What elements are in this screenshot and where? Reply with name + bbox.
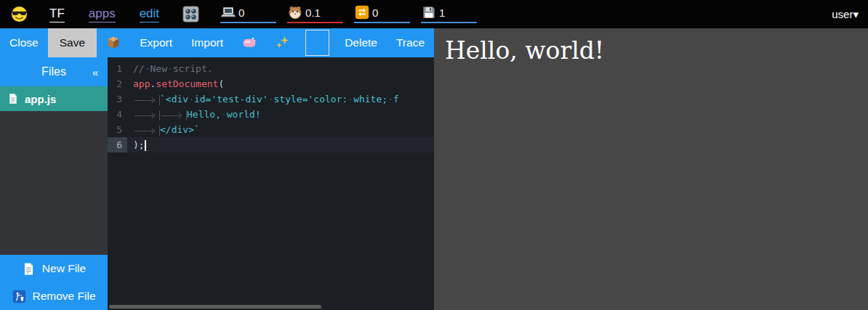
empty-button[interactable]: [305, 30, 329, 56]
repeat-stat-field[interactable]: 0: [354, 5, 410, 23]
stats-group: 00.101: [220, 5, 477, 23]
litter-bin-icon: [12, 290, 26, 303]
file-document-icon: [7, 92, 19, 105]
sunglasses-emoji-icon: [11, 6, 28, 25]
editor-toolbar: CloseSaveExportImportDeleteTrace: [0, 28, 434, 57]
file-list: app.js: [0, 86, 108, 111]
code-token: );: [133, 139, 145, 150]
editor-line: 4Hello,·world!: [108, 107, 434, 122]
line-code[interactable]: `<div·id='test-div'·style='color:·white;…: [127, 91, 434, 107]
file-name: app.js: [25, 93, 56, 105]
user-menu-button[interactable]: user▾: [832, 0, 859, 28]
file-item-appjs[interactable]: app.js: [0, 86, 108, 111]
code-token: </div>`: [160, 124, 200, 135]
side-button-label: New File: [42, 262, 86, 275]
new-file-button[interactable]: New File: [0, 255, 108, 282]
line-number: 4: [108, 107, 127, 122]
line-number: 1: [108, 61, 127, 76]
collapse-sidebar-button[interactable]: «: [92, 57, 98, 86]
side-button-label: Remove File: [33, 290, 96, 303]
tab-marker: [160, 110, 187, 121]
app-window: TFappsedit 00.101 user▾ CloseSaveExportI…: [0, 0, 868, 310]
editor-line: 2app.setDocument(: [108, 76, 434, 91]
sidebar-body: [0, 111, 108, 255]
line-code[interactable]: );: [127, 137, 434, 152]
files-header: Files «: [0, 57, 108, 86]
editor-line: 6);: [108, 137, 434, 152]
line-code[interactable]: //·New·script.: [127, 61, 434, 76]
code-token: app: [133, 78, 150, 89]
code-token: ·: [387, 94, 393, 105]
import-button[interactable]: Import: [191, 36, 223, 49]
new-file-icon: [22, 262, 36, 276]
code-token: f: [393, 94, 399, 105]
code-token: world!: [227, 109, 261, 120]
tab-marker: [133, 95, 160, 105]
code-token: setDocument: [156, 78, 218, 89]
sunglasses-logo-button[interactable]: [11, 6, 28, 23]
editor-line: 1//·New·script.: [108, 61, 434, 76]
soap-icon: [242, 35, 257, 52]
nav-link-apps[interactable]: apps: [89, 7, 116, 23]
export-button[interactable]: Export: [140, 36, 172, 49]
code-editor[interactable]: 1//·New·script.2app.setDocument(3`<div·i…: [108, 57, 434, 310]
preview-hello-text: Hello, world!: [434, 28, 868, 65]
line-number: 5: [108, 122, 127, 137]
soap-button[interactable]: [242, 35, 257, 51]
laptop-stat-field[interactable]: 0: [220, 5, 276, 23]
package-button[interactable]: [106, 35, 121, 51]
code-token: script.: [173, 63, 213, 74]
top-nav: TFappsedit: [49, 7, 159, 23]
stat-value: 0: [238, 7, 244, 19]
code-token: New: [150, 63, 166, 74]
top-bar: TFappsedit 00.101 user▾: [0, 0, 868, 28]
editor-line: 3`<div·id='test-div'·style='color:·white…: [108, 91, 434, 107]
line-code[interactable]: app.setDocument(: [127, 76, 434, 91]
code-token: white;: [353, 94, 387, 105]
code-token: ·: [188, 94, 194, 105]
editor-line: 5</div>`: [108, 122, 434, 137]
sparkles-button[interactable]: [276, 35, 290, 51]
delete-button[interactable]: Delete: [345, 36, 377, 49]
floppy-icon: [422, 5, 436, 20]
line-code[interactable]: Hello,·world!: [127, 107, 434, 122]
nav-link-tf[interactable]: TF: [49, 7, 65, 23]
repeat-icon: [355, 5, 369, 20]
remove-file-button[interactable]: Remove File: [0, 282, 108, 310]
code-token: ·: [347, 94, 353, 105]
editor-lines: 1//·New·script.2app.setDocument(3`<div·i…: [108, 57, 434, 152]
code-token: Hello,: [187, 109, 221, 120]
line-number: 6: [108, 137, 127, 152]
stat-value: 0.1: [305, 7, 321, 19]
code-token: ·: [167, 63, 173, 74]
laptop-icon: [221, 5, 236, 20]
line-number: 2: [108, 76, 127, 91]
control-knobs-button[interactable]: [182, 5, 200, 23]
files-sidebar: Files « app.js New FileRemove File: [0, 57, 108, 310]
horizontal-scrollbar-thumb[interactable]: [109, 305, 321, 309]
trace-button[interactable]: Trace: [396, 36, 425, 49]
code-token: id='test-div': [194, 94, 268, 105]
code-token: //: [133, 63, 145, 74]
code-token: ·: [268, 94, 274, 105]
preview-pane: Hello, world!: [434, 28, 868, 310]
save-button[interactable]: Save: [48, 28, 97, 57]
sparkles-icon: [276, 35, 290, 52]
tab-marker: [133, 126, 160, 136]
sidebar-actions: New FileRemove File: [0, 255, 108, 310]
hamster-icon: [288, 5, 302, 20]
close-button[interactable]: Close: [9, 36, 39, 49]
control-knobs-icon: [182, 5, 200, 26]
line-number: 3: [108, 91, 127, 107]
line-code[interactable]: </div>`: [127, 122, 434, 137]
nav-link-edit[interactable]: edit: [140, 7, 159, 23]
hamster-stat-field[interactable]: 0.1: [287, 5, 343, 23]
tab-marker: [133, 110, 160, 121]
text-cursor: [145, 140, 146, 151]
code-token: style='color:: [274, 94, 348, 105]
code-token: `<div: [160, 94, 188, 105]
floppy-stat-field[interactable]: 1: [421, 5, 477, 23]
package-icon: [106, 35, 121, 52]
stat-value: 0: [372, 7, 378, 19]
stat-value: 1: [439, 7, 445, 19]
